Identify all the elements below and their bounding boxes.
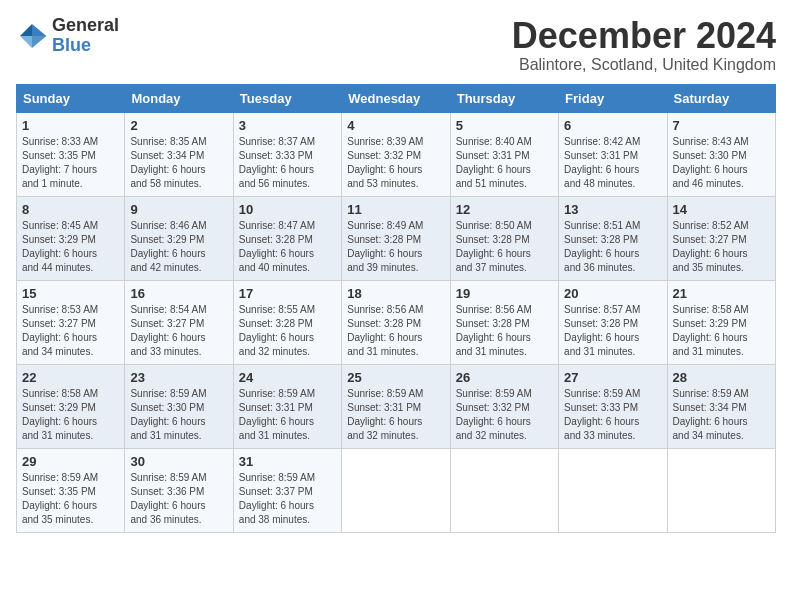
column-header-thursday: Thursday — [450, 84, 558, 112]
svg-marker-2 — [20, 36, 32, 48]
day-detail: Sunrise: 8:56 AM Sunset: 3:28 PM Dayligh… — [456, 303, 553, 359]
calendar-cell: 8Sunrise: 8:45 AM Sunset: 3:29 PM Daylig… — [17, 196, 125, 280]
column-header-wednesday: Wednesday — [342, 84, 450, 112]
calendar-cell: 28Sunrise: 8:59 AM Sunset: 3:34 PM Dayli… — [667, 364, 775, 448]
day-number: 27 — [564, 370, 661, 385]
logo: General Blue — [16, 16, 119, 56]
calendar-cell — [667, 448, 775, 532]
day-number: 2 — [130, 118, 227, 133]
header: General Blue December 2024 Balintore, Sc… — [16, 16, 776, 74]
day-detail: Sunrise: 8:37 AM Sunset: 3:33 PM Dayligh… — [239, 135, 336, 191]
calendar-cell: 25Sunrise: 8:59 AM Sunset: 3:31 PM Dayli… — [342, 364, 450, 448]
day-number: 20 — [564, 286, 661, 301]
day-number: 7 — [673, 118, 770, 133]
day-number: 15 — [22, 286, 119, 301]
day-detail: Sunrise: 8:59 AM Sunset: 3:30 PM Dayligh… — [130, 387, 227, 443]
logo-text: General Blue — [52, 16, 119, 56]
day-detail: Sunrise: 8:51 AM Sunset: 3:28 PM Dayligh… — [564, 219, 661, 275]
calendar-cell: 30Sunrise: 8:59 AM Sunset: 3:36 PM Dayli… — [125, 448, 233, 532]
svg-marker-0 — [32, 24, 46, 36]
calendar-cell: 23Sunrise: 8:59 AM Sunset: 3:30 PM Dayli… — [125, 364, 233, 448]
calendar-cell: 10Sunrise: 8:47 AM Sunset: 3:28 PM Dayli… — [233, 196, 341, 280]
day-detail: Sunrise: 8:50 AM Sunset: 3:28 PM Dayligh… — [456, 219, 553, 275]
calendar-cell — [342, 448, 450, 532]
calendar-cell: 2Sunrise: 8:35 AM Sunset: 3:34 PM Daylig… — [125, 112, 233, 196]
day-number: 5 — [456, 118, 553, 133]
calendar-cell: 22Sunrise: 8:58 AM Sunset: 3:29 PM Dayli… — [17, 364, 125, 448]
day-number: 24 — [239, 370, 336, 385]
day-detail: Sunrise: 8:55 AM Sunset: 3:28 PM Dayligh… — [239, 303, 336, 359]
day-number: 13 — [564, 202, 661, 217]
day-detail: Sunrise: 8:33 AM Sunset: 3:35 PM Dayligh… — [22, 135, 119, 191]
calendar-cell — [559, 448, 667, 532]
calendar-cell: 9Sunrise: 8:46 AM Sunset: 3:29 PM Daylig… — [125, 196, 233, 280]
day-number: 8 — [22, 202, 119, 217]
day-detail: Sunrise: 8:42 AM Sunset: 3:31 PM Dayligh… — [564, 135, 661, 191]
day-number: 31 — [239, 454, 336, 469]
calendar-cell: 27Sunrise: 8:59 AM Sunset: 3:33 PM Dayli… — [559, 364, 667, 448]
calendar-cell — [450, 448, 558, 532]
calendar-cell: 21Sunrise: 8:58 AM Sunset: 3:29 PM Dayli… — [667, 280, 775, 364]
calendar-cell: 20Sunrise: 8:57 AM Sunset: 3:28 PM Dayli… — [559, 280, 667, 364]
calendar-cell: 15Sunrise: 8:53 AM Sunset: 3:27 PM Dayli… — [17, 280, 125, 364]
week-row: 22Sunrise: 8:58 AM Sunset: 3:29 PM Dayli… — [17, 364, 776, 448]
day-detail: Sunrise: 8:40 AM Sunset: 3:31 PM Dayligh… — [456, 135, 553, 191]
day-detail: Sunrise: 8:52 AM Sunset: 3:27 PM Dayligh… — [673, 219, 770, 275]
day-number: 22 — [22, 370, 119, 385]
svg-marker-3 — [32, 36, 46, 48]
day-detail: Sunrise: 8:43 AM Sunset: 3:30 PM Dayligh… — [673, 135, 770, 191]
day-detail: Sunrise: 8:49 AM Sunset: 3:28 PM Dayligh… — [347, 219, 444, 275]
column-header-friday: Friday — [559, 84, 667, 112]
day-detail: Sunrise: 8:56 AM Sunset: 3:28 PM Dayligh… — [347, 303, 444, 359]
day-number: 6 — [564, 118, 661, 133]
calendar-cell: 17Sunrise: 8:55 AM Sunset: 3:28 PM Dayli… — [233, 280, 341, 364]
column-header-saturday: Saturday — [667, 84, 775, 112]
calendar-cell: 5Sunrise: 8:40 AM Sunset: 3:31 PM Daylig… — [450, 112, 558, 196]
calendar-cell: 24Sunrise: 8:59 AM Sunset: 3:31 PM Dayli… — [233, 364, 341, 448]
day-number: 12 — [456, 202, 553, 217]
day-number: 11 — [347, 202, 444, 217]
calendar-cell: 29Sunrise: 8:59 AM Sunset: 3:35 PM Dayli… — [17, 448, 125, 532]
column-header-tuesday: Tuesday — [233, 84, 341, 112]
calendar-cell: 4Sunrise: 8:39 AM Sunset: 3:32 PM Daylig… — [342, 112, 450, 196]
week-row: 8Sunrise: 8:45 AM Sunset: 3:29 PM Daylig… — [17, 196, 776, 280]
calendar-cell: 26Sunrise: 8:59 AM Sunset: 3:32 PM Dayli… — [450, 364, 558, 448]
calendar-header: SundayMondayTuesdayWednesdayThursdayFrid… — [17, 84, 776, 112]
day-number: 21 — [673, 286, 770, 301]
calendar-cell: 3Sunrise: 8:37 AM Sunset: 3:33 PM Daylig… — [233, 112, 341, 196]
calendar-body: 1Sunrise: 8:33 AM Sunset: 3:35 PM Daylig… — [17, 112, 776, 532]
title-area: December 2024 Balintore, Scotland, Unite… — [512, 16, 776, 74]
day-detail: Sunrise: 8:47 AM Sunset: 3:28 PM Dayligh… — [239, 219, 336, 275]
day-number: 1 — [22, 118, 119, 133]
day-number: 19 — [456, 286, 553, 301]
column-header-sunday: Sunday — [17, 84, 125, 112]
calendar-cell: 18Sunrise: 8:56 AM Sunset: 3:28 PM Dayli… — [342, 280, 450, 364]
day-detail: Sunrise: 8:59 AM Sunset: 3:36 PM Dayligh… — [130, 471, 227, 527]
calendar-cell: 16Sunrise: 8:54 AM Sunset: 3:27 PM Dayli… — [125, 280, 233, 364]
day-detail: Sunrise: 8:59 AM Sunset: 3:31 PM Dayligh… — [347, 387, 444, 443]
calendar-cell: 6Sunrise: 8:42 AM Sunset: 3:31 PM Daylig… — [559, 112, 667, 196]
week-row: 29Sunrise: 8:59 AM Sunset: 3:35 PM Dayli… — [17, 448, 776, 532]
day-detail: Sunrise: 8:59 AM Sunset: 3:32 PM Dayligh… — [456, 387, 553, 443]
day-detail: Sunrise: 8:39 AM Sunset: 3:32 PM Dayligh… — [347, 135, 444, 191]
logo-icon — [16, 20, 48, 52]
header-row: SundayMondayTuesdayWednesdayThursdayFrid… — [17, 84, 776, 112]
day-detail: Sunrise: 8:57 AM Sunset: 3:28 PM Dayligh… — [564, 303, 661, 359]
day-detail: Sunrise: 8:59 AM Sunset: 3:35 PM Dayligh… — [22, 471, 119, 527]
day-detail: Sunrise: 8:53 AM Sunset: 3:27 PM Dayligh… — [22, 303, 119, 359]
day-number: 30 — [130, 454, 227, 469]
day-detail: Sunrise: 8:59 AM Sunset: 3:33 PM Dayligh… — [564, 387, 661, 443]
calendar-cell: 31Sunrise: 8:59 AM Sunset: 3:37 PM Dayli… — [233, 448, 341, 532]
day-number: 29 — [22, 454, 119, 469]
calendar-cell: 19Sunrise: 8:56 AM Sunset: 3:28 PM Dayli… — [450, 280, 558, 364]
location: Balintore, Scotland, United Kingdom — [512, 56, 776, 74]
day-number: 28 — [673, 370, 770, 385]
month-title: December 2024 — [512, 16, 776, 56]
day-detail: Sunrise: 8:59 AM Sunset: 3:37 PM Dayligh… — [239, 471, 336, 527]
day-detail: Sunrise: 8:35 AM Sunset: 3:34 PM Dayligh… — [130, 135, 227, 191]
calendar: SundayMondayTuesdayWednesdayThursdayFrid… — [16, 84, 776, 533]
day-number: 26 — [456, 370, 553, 385]
day-number: 23 — [130, 370, 227, 385]
day-detail: Sunrise: 8:45 AM Sunset: 3:29 PM Dayligh… — [22, 219, 119, 275]
day-detail: Sunrise: 8:59 AM Sunset: 3:31 PM Dayligh… — [239, 387, 336, 443]
